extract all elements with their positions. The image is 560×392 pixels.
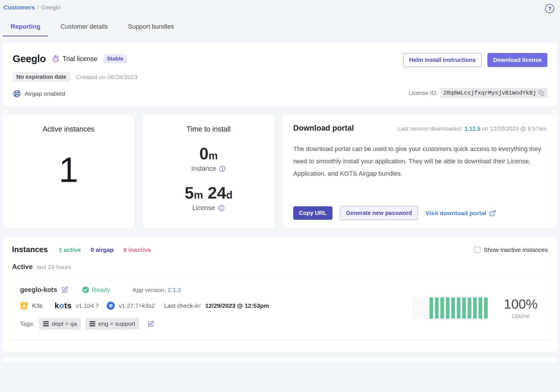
uptime-bar-up <box>435 297 439 319</box>
download-license-button[interactable]: Download license <box>487 53 547 67</box>
uptime-bar-up <box>429 297 433 319</box>
help-icon[interactable]: ? <box>545 4 554 13</box>
license-id-value: 2Rq8WLcsjfxqrMysjvB1WodYkBj <box>443 90 536 96</box>
kubernetes-icon: ☸ <box>107 302 115 310</box>
uptime-bar-up <box>440 297 444 319</box>
tab-reporting[interactable]: Reporting <box>3 23 48 36</box>
time-to-install-card: Time to install 0m Instance <box>143 115 274 229</box>
uptime-section: 100% Uptime <box>413 296 543 320</box>
active-count[interactable]: 1 active <box>59 246 81 253</box>
breadcrumb-separator: / <box>37 4 39 11</box>
generate-new-password-button[interactable]: Generate new password <box>340 206 418 220</box>
airgap-globe-icon <box>13 89 21 98</box>
expiration-badge: No expiration date <box>13 72 70 82</box>
distribution-name: K3s <box>32 302 42 309</box>
visit-download-portal-link[interactable]: Visit download portal <box>425 210 496 217</box>
active-section-sublabel: last 24 hours <box>37 264 71 271</box>
copy-url-button[interactable]: Copy URL <box>293 206 332 220</box>
license-id-label: License ID: <box>409 90 438 96</box>
k8s-version: v1.27.7+k3s2 <box>119 302 155 309</box>
instance-install-time: 0m <box>191 145 226 162</box>
instance-time-info-icon[interactable] <box>219 165 226 172</box>
license-time-label: License <box>192 204 215 212</box>
tag-chip: dept = qa <box>39 318 81 330</box>
uptime-percent: 100% <box>504 296 538 312</box>
license-id-row: License ID: 2Rq8WLcsjfxqrMysjvB1WodYkBj <box>409 88 547 98</box>
license-install-time: 5m 24d <box>185 185 233 201</box>
active-section-label: Active <box>12 263 33 271</box>
show-inactive-toggle[interactable]: Show inactive instances <box>474 246 548 253</box>
uptime-bar-up <box>451 297 455 319</box>
license-id-chip: 2Rq8WLcsjfxqrMysjvB1WodYkBj <box>440 88 547 98</box>
edit-tags-icon[interactable] <box>147 320 154 328</box>
tab-bar: Reporting Customer details Support bundl… <box>3 23 557 36</box>
show-inactive-checkbox[interactable] <box>474 247 480 253</box>
uptime-bar-chart <box>413 297 488 319</box>
app-version-link[interactable]: 2.1.2 <box>168 287 181 293</box>
breadcrumb: Customers / Geeglo <box>3 4 61 11</box>
uptime-label: Uptime <box>504 313 538 320</box>
trial-timer-icon <box>52 55 60 63</box>
app-version: App version: 2.1.2 <box>133 287 181 293</box>
last-checkin-label: Last check-in: <box>164 302 201 309</box>
inactive-count[interactable]: 6 inactive <box>123 246 151 253</box>
edit-instance-name-icon[interactable] <box>61 286 68 293</box>
kots-version: v1.104.7 <box>76 302 99 309</box>
instances-title: Instances <box>12 245 48 254</box>
uptime-bar-up <box>484 297 488 319</box>
tab-support-bundles[interactable]: Support bundles <box>120 23 182 36</box>
show-inactive-label: Show inactive instances <box>484 246 548 253</box>
license-time-info-icon[interactable] <box>218 205 225 211</box>
header-row: Customers / Geeglo ? <box>3 4 557 13</box>
next-card-partial <box>3 358 557 362</box>
license-type: Trial license <box>52 55 98 63</box>
tag-icon <box>90 321 95 326</box>
tags-label: Tags: <box>20 320 34 327</box>
time-to-install-title: Time to install <box>186 125 230 133</box>
uptime-bar-empty <box>424 297 428 319</box>
tab-customer-details[interactable]: Customer details <box>53 23 116 36</box>
instance-time-label: Instance <box>191 165 216 173</box>
uptime-bar-empty <box>419 297 422 319</box>
k3s-icon <box>20 302 28 310</box>
uptime-bar-empty <box>413 297 417 319</box>
uptime-bar-up <box>473 297 477 319</box>
channel-badge: Stable <box>103 54 127 63</box>
airgap-status: Airgap enabled <box>13 89 137 98</box>
uptime-bar-up <box>446 297 450 319</box>
instance-status: Ready <box>82 286 110 294</box>
last-checkin-value: 12/29/2023 @ 12:53pm <box>205 302 269 309</box>
active-instances-title: Active instances <box>43 125 95 133</box>
airgap-count[interactable]: 0 airgap <box>91 246 114 253</box>
active-instances-value: 1 <box>59 150 78 190</box>
instances-card: Instances 1 active 0 airgap 6 inactive S… <box>3 237 557 352</box>
download-portal-description: The download portal can be used to give … <box>293 143 543 180</box>
copy-license-id-icon[interactable] <box>538 90 545 96</box>
external-link-icon <box>489 210 496 217</box>
active-instances-card: Active instances 1 <box>3 115 134 229</box>
created-date-text: Created on 06/28/2023 <box>76 74 137 81</box>
download-portal-card: Download portal Last version downloaded:… <box>283 115 557 229</box>
uptime-bar-up <box>457 297 460 319</box>
download-portal-title: Download portal <box>293 124 354 133</box>
uptime-bar-up <box>479 297 482 319</box>
uptime-bar-up <box>468 297 471 319</box>
helm-install-instructions-button[interactable]: Helm install instructions <box>403 53 482 67</box>
breadcrumb-customers-link[interactable]: Customers <box>3 4 35 11</box>
breadcrumb-current: Geeglo <box>41 4 61 11</box>
ready-check-icon <box>82 286 89 293</box>
last-version-link[interactable]: 1.12.5 <box>464 126 481 132</box>
customer-reporting-page: Customers / Geeglo ? Reporting Customer … <box>0 0 560 362</box>
uptime-bar-up <box>462 297 466 319</box>
instance-name: geeglo-kots <box>20 286 57 294</box>
customer-name: Geeglo <box>13 53 46 64</box>
kots-logo: kots <box>55 301 72 310</box>
last-version-downloaded: Last version downloaded: 1.12.5 on 12/20… <box>398 126 547 132</box>
tag-icon <box>43 321 49 326</box>
license-summary-card: Geeglo Trial license Stable <box>3 43 557 107</box>
tag-chip: eng = support <box>85 318 139 330</box>
instance-row: geeglo-kots <box>12 277 548 340</box>
